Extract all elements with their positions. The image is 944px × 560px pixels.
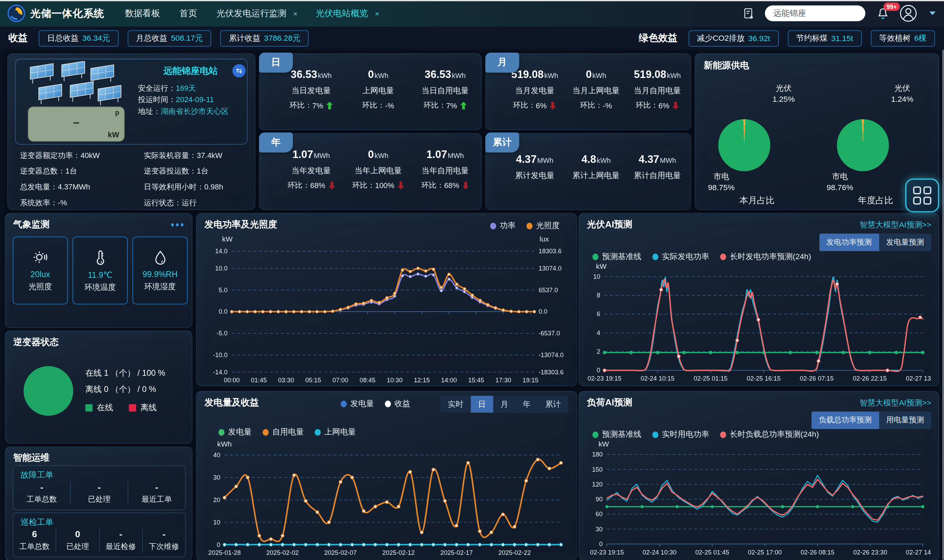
period-tag: 累计 [486, 132, 519, 152]
scrollbar[interactable] [942, 50, 944, 560]
pie-pv-label: 光伏 [755, 83, 813, 94]
metric-unit: kWh [667, 72, 681, 79]
weather-tile-temperature: 11.9℃ 环境温度 [72, 237, 128, 304]
power-lux-chart: 14.018303.610.013074.05.06537.00.00.0-5.… [204, 245, 569, 385]
y-axis-unit-right: lux [540, 235, 549, 243]
panel-title: 发电功率及光照度 [204, 219, 277, 231]
ai-model-link[interactable]: 智慧大模型AI预测>> [859, 397, 931, 409]
pill-daily-revenue: 日总收益 36.34元 [38, 30, 118, 46]
pv-ai-chart: 108642002-23 19:1502-24 10:1502-25 01:15… [586, 272, 931, 383]
metric-unit: kWh [374, 152, 388, 159]
tab-close-icon[interactable]: × [375, 9, 379, 18]
legend-generation-toggle[interactable]: 发电量 [341, 398, 374, 409]
total-energy-card: 累计 4.37MWh 累计发电量 4.8kWh 累计上网电量 4.37MWh 累… [486, 133, 691, 210]
inverter-status-card: 逆变器状态 在线 1 （个） / 100 % 离线 0 （个） / 0 % 在线… [5, 331, 192, 444]
metric-month-selfuse: 519.08kWh 当月自用电量 环比：6% [627, 68, 688, 111]
btn-load-power-prediction[interactable]: 负载总功率预测 [812, 412, 879, 429]
chevron-down-icon[interactable] [930, 11, 936, 15]
ops-stat: -工单总数 [14, 482, 71, 505]
btn-energy-prediction[interactable]: 发电量预测 [879, 234, 931, 251]
tab-total[interactable]: 累计 [538, 396, 568, 413]
station-row-label: 地址： [138, 107, 161, 115]
smart-ops-card: 智能运维 故障工单 -工单总数 -已处理 -最近工单 巡检工单 6工单总数 0已… [5, 446, 192, 560]
legend-baseline[interactable]: 预测基准线 [592, 429, 641, 440]
metric-label: 当月发电量 [504, 85, 566, 96]
metric-unit: MWh [537, 157, 553, 164]
svg-text:05:15: 05:15 [305, 377, 321, 384]
legend-24h-forecast[interactable]: 长时发电功率预测(24h) [720, 251, 811, 262]
nav-item-home[interactable]: 首页 [180, 8, 197, 19]
search-input[interactable] [765, 6, 866, 22]
panel-title: 发电量及收益 [204, 397, 259, 409]
legend-grid-export[interactable]: 上网电量 [315, 426, 356, 437]
widget-launcher-button[interactable] [906, 178, 939, 212]
svg-text:150: 150 [592, 466, 603, 473]
tab-year[interactable]: 年 [515, 396, 538, 413]
weather-label: 环境温度 [80, 282, 121, 292]
legend-dot [720, 431, 726, 438]
summary-bar: 收益 日总收益 36.34元 月总收益 508.17元 累计收益 3786.28… [0, 26, 944, 50]
tab-station-overview[interactable]: 光伏电站概览 × [316, 8, 379, 19]
y-axis-unit-left: kW [222, 235, 232, 243]
period-tag: 月 [486, 53, 519, 73]
metric-label: 当年发电量 [278, 165, 345, 176]
notification-bell-icon[interactable]: 99+ [876, 6, 890, 20]
svg-text:17:30: 17:30 [495, 377, 511, 384]
svg-text:10:30: 10:30 [387, 377, 403, 384]
svg-text:07:00: 07:00 [333, 377, 349, 384]
svg-text:4: 4 [597, 329, 600, 336]
report-icon[interactable] [743, 7, 755, 20]
svg-text:-13074.0: -13074.0 [538, 351, 564, 358]
svg-text:19:15: 19:15 [523, 377, 538, 384]
stat-value: 1台 [65, 167, 77, 175]
tab-realtime[interactable]: 实时 [441, 396, 471, 413]
tab-close-icon[interactable]: × [293, 9, 297, 18]
btn-consumption-prediction[interactable]: 用电量预测 [879, 412, 931, 429]
tab-pv-monitor[interactable]: 光伏发电运行监测 × [216, 8, 297, 19]
ai-model-link[interactable]: 智慧大模型AI预测>> [859, 220, 931, 231]
legend-lux[interactable]: 光照度 [526, 220, 560, 231]
ops-stat: 0已处理 [56, 529, 99, 552]
avatar[interactable] [899, 4, 918, 22]
metric-label: 累计上网电量 [566, 170, 627, 181]
station-row-label: 投运时间： [138, 95, 176, 104]
panel-title: 光伏AI预测 [587, 219, 632, 231]
legend-dot [263, 429, 269, 435]
legend-realtime-load[interactable]: 实时用电功率 [652, 429, 709, 440]
top-nav: 光储一体化系统 数据看板 首页 光伏发电运行监测 × 光伏电站概览 × [0, 0, 944, 26]
metric-unit: kWh [544, 72, 558, 79]
legend-selfuse[interactable]: 自用电量 [263, 426, 304, 437]
ops-stat: -最近工单 [128, 482, 185, 505]
app-logo-icon [7, 4, 26, 22]
tab-day[interactable]: 日 [470, 396, 493, 413]
notification-badge: 99+ [884, 2, 900, 11]
legend-baseline[interactable]: 预测基准线 [592, 251, 641, 262]
prediction-toggle-group: 发电功率预测 发电量预测 [819, 234, 931, 251]
weather-value: 20lux [30, 270, 50, 279]
svg-text:30: 30 [595, 526, 603, 533]
btn-power-prediction[interactable]: 发电功率预测 [819, 234, 879, 251]
station-name: 远能锦座电站 [138, 65, 243, 77]
power-lux-panel: 发电功率及光照度 功率 光照度 kW lux 14.018303.610.013… [196, 213, 577, 386]
metric-unit: kWh [597, 157, 611, 164]
more-menu-icon[interactable] [171, 223, 183, 226]
nav-item-databoard[interactable]: 数据看板 [125, 8, 160, 19]
stat-value: 1台 [197, 167, 208, 175]
svg-text:10.0: 10.0 [215, 265, 228, 272]
legend-generation[interactable]: 发电量 [218, 426, 252, 437]
metric-label: 当年自用电量 [412, 165, 478, 176]
legend-power[interactable]: 功率 [490, 220, 516, 231]
ops-stat: -最近检修 [99, 529, 142, 552]
period-tab-group: 实时 日 月 年 累计 [441, 396, 568, 413]
tab-month[interactable]: 月 [493, 396, 515, 413]
inverter-status-pie [23, 366, 73, 416]
stat-label: 系统效率： [20, 198, 58, 207]
legend-revenue-toggle[interactable]: 收益 [385, 398, 410, 409]
metric-value: 0 [368, 148, 374, 160]
switch-station-icon[interactable]: ⇆ [232, 64, 246, 78]
legend-24h-load-forecast[interactable]: 长时负载总功率预测(24h) [720, 429, 819, 440]
svg-text:02-23 19:15: 02-23 19:15 [587, 375, 621, 382]
tab-pv-monitor-label: 光伏发电运行监测 [216, 8, 286, 18]
weather-tile-illuminance: 20lux 光照度 [13, 237, 68, 304]
legend-actual-power[interactable]: 实际发电功率 [652, 251, 709, 262]
